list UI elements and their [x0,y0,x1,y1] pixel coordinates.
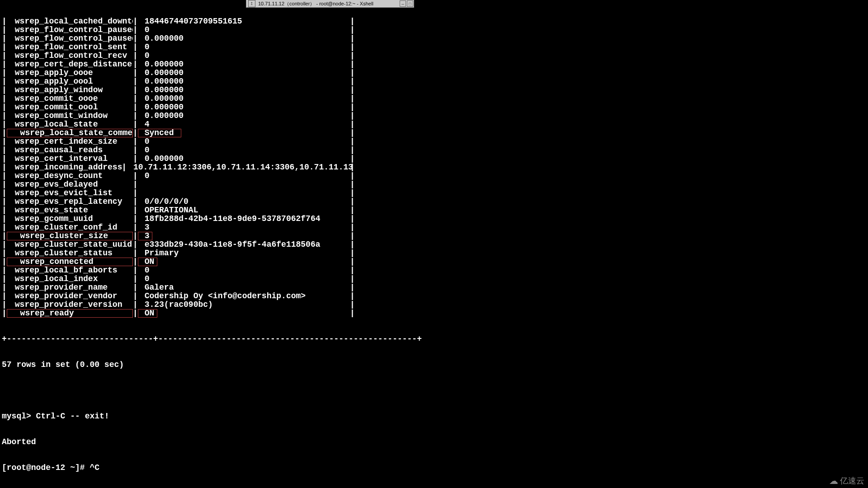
status-var-name: wsrep_commit_oooe [7,94,133,103]
pipe-icon: | [133,232,138,240]
pipe-icon: | [350,206,355,215]
result-count: 57 rows in set (0.00 sec) [2,361,868,369]
status-var-value: e333db29-430a-11e8-9f5f-4a6fe118506a [138,240,321,249]
status-var-name: wsrep_cert_index_size [7,137,133,146]
pipe-icon: | [122,163,127,172]
table-row: |wsrep_apply_window|0.000000| [2,86,868,94]
status-var-value: 3 [138,232,153,240]
pipe-icon: | [133,240,138,249]
app-icon: ↥ [248,0,255,7]
status-var-value: 0.000000 [138,69,184,77]
table-row: |wsrep_gcomm_uuid|18fb288d-42b4-11e8-9de… [2,215,868,223]
maximize-button[interactable]: □ [407,0,413,7]
pipe-icon: | [350,309,355,318]
pipe-icon: | [133,137,138,146]
pipe-icon: | [2,155,7,163]
pipe-icon: | [2,215,7,223]
status-var-value: 0/0/0/0/0 [138,197,189,206]
status-var-name: wsrep_cert_interval [7,155,133,163]
table-row: | wsrep_cluster_size|3| [2,232,868,240]
status-var-value: 0.000000 [138,155,184,163]
pipe-icon: | [350,120,355,129]
pipe-icon: | [350,223,355,232]
pipe-icon: | [133,17,138,26]
status-var-value: 0.000000 [138,112,184,120]
pipe-icon: | [350,34,355,43]
table-row: |wsrep_local_index|0| [2,275,868,283]
pipe-icon: | [350,232,355,240]
status-var-name: wsrep_local_bf_aborts [7,266,133,275]
status-var-value: Galera [138,283,174,292]
pipe-icon: | [133,292,138,300]
pipe-icon: | [133,155,138,163]
status-var-name: wsrep_local_cached_downto [7,17,133,26]
pipe-icon: | [2,103,7,112]
pipe-icon: | [133,146,138,155]
pipe-icon: | [350,112,355,120]
aborted-line: Aborted [2,438,868,446]
status-var-value: 0 [138,266,150,275]
status-var-name: wsrep_cluster_conf_id [7,223,133,232]
terminal-output[interactable]: |wsrep_local_cached_downto|1844674407370… [0,0,868,488]
status-var-name: wsrep_apply_oooe [7,69,133,77]
table-row: |wsrep_local_state|4| [2,120,868,129]
status-var-name: wsrep_evs_state [7,206,133,215]
status-var-value: 0.000000 [138,86,184,94]
pipe-icon: | [2,292,7,300]
pipe-icon: | [350,275,355,283]
status-var-value: 0.000000 [138,77,184,86]
pipe-icon: | [2,60,7,69]
pipe-icon: | [2,43,7,52]
pipe-icon: | [133,206,138,215]
pipe-icon: | [350,300,355,309]
table-row: |wsrep_apply_oooe|0.000000| [2,69,868,77]
window-titlebar[interactable]: ↥ 10.71.11.12（controller） - root@node-12… [246,0,414,7]
status-var-value: 0.000000 [138,94,184,103]
table-row: |wsrep_cert_index_size|0| [2,137,868,146]
pipe-icon: | [133,129,138,137]
status-var-value: 0 [138,137,150,146]
pipe-icon: | [350,129,355,137]
status-var-value: Primary [138,249,179,258]
window-title: 10.71.11.12（controller） - root@node-12:~… [257,0,399,8]
pipe-icon: | [350,17,355,26]
status-var-value: Codership Oy <info@codership.com> [138,292,306,300]
pipe-icon: | [133,258,138,266]
pipe-icon: | [2,275,7,283]
status-var-name: wsrep_local_index [7,275,133,283]
table-row: |wsrep_provider_name|Galera| [2,283,868,292]
watermark-text: 亿速云 [840,477,864,485]
pipe-icon: | [133,60,138,69]
mysql-exit-line: mysql> Ctrl-C -- exit! [2,412,868,421]
status-var-value: ON [138,258,158,266]
minimize-button[interactable]: – [400,0,406,7]
pipe-icon: | [2,146,7,155]
pipe-icon: | [2,206,7,215]
pipe-icon: | [133,69,138,77]
pipe-icon: | [2,283,7,292]
pipe-icon: | [2,69,7,77]
pipe-icon: | [133,52,138,60]
pipe-icon: | [350,215,355,223]
status-var-value: 10.71.11.12:3306,10.71.11.14:3306,10.71.… [127,163,354,172]
table-row: |wsrep_local_bf_aborts|0| [2,266,868,275]
table-row: |wsrep_provider_vendor|Codership Oy <inf… [2,292,868,300]
table-row: |wsrep_causal_reads|0| [2,146,868,155]
status-var-value: 4 [138,120,150,129]
pipe-icon: | [133,309,138,318]
status-var-value: 18fb288d-42b4-11e8-9de9-53787062f764 [138,215,321,223]
table-row: |wsrep_incoming_addresses|10.71.11.12:33… [2,163,868,172]
status-var-name: wsrep_cluster_status [7,249,133,258]
pipe-icon: | [350,189,355,197]
pipe-icon: | [133,300,138,309]
pipe-icon: | [350,137,355,146]
pipe-icon: | [133,180,138,189]
table-row: |wsrep_commit_oool|0.000000| [2,103,868,112]
pipe-icon: | [2,240,7,249]
pipe-icon: | [350,86,355,94]
status-var-value: OPERATIONAL [138,206,198,215]
table-row: | wsrep_ready|ON| [2,309,868,318]
status-var-value: 0.000000 [138,34,184,43]
status-var-value: ON [138,309,158,318]
status-var-name: wsrep_cluster_size [7,232,133,240]
